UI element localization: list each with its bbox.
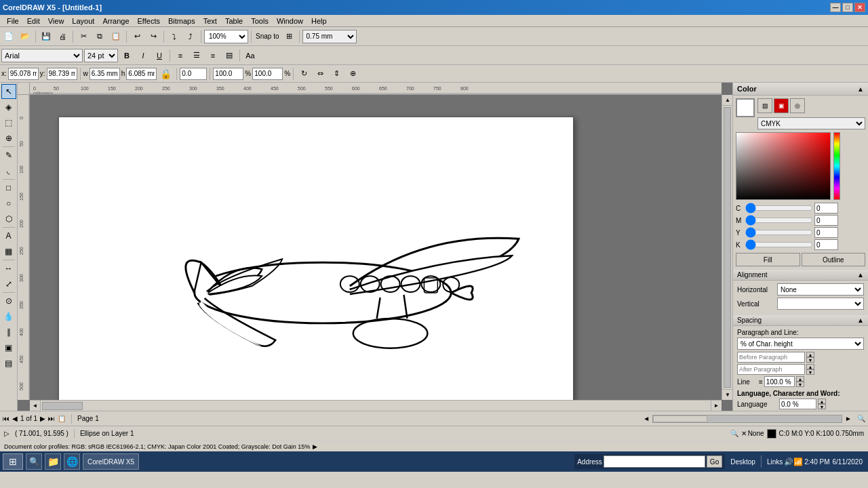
connector-tool-button[interactable]: ⤢ — [1, 277, 16, 291]
font-size-select[interactable]: 24 pt12 pt18 pt — [84, 49, 118, 62]
polygon-tool-button[interactable]: ⬡ — [1, 211, 16, 226]
eyedropper-tool-button[interactable]: 💧 — [1, 309, 16, 324]
spacing-dropdown[interactable]: % of Char. height % of Char. width Point… — [737, 338, 864, 350]
transform-button[interactable]: ↻ — [296, 66, 311, 81]
menu-bitmaps[interactable]: Bitmaps — [164, 15, 199, 26]
menu-table[interactable]: Table — [221, 15, 247, 26]
font-name-select[interactable]: Arial — [1, 49, 83, 62]
table-tool-button[interactable]: ▦ — [1, 244, 16, 259]
mixer-icon[interactable]: ▨ — [757, 98, 772, 113]
zoom-dropdown[interactable]: 100%50%200%Fit Page — [204, 30, 248, 43]
k-slider[interactable] — [745, 241, 813, 249]
smart-draw-button[interactable]: ◟ — [1, 163, 16, 178]
line-spacing-spin[interactable]: ▲ ▼ — [796, 376, 804, 387]
h-scroll-thumb[interactable] — [42, 402, 83, 410]
taskbar-file-mgr[interactable]: 📁 — [45, 453, 61, 470]
address-input[interactable] — [604, 455, 705, 468]
menu-window[interactable]: Window — [273, 15, 307, 26]
node-tool-button[interactable]: ◈ — [1, 100, 16, 115]
menu-layout[interactable]: Layout — [68, 15, 98, 26]
lang-down[interactable]: ▼ — [818, 404, 826, 409]
lock-ratio-button[interactable]: 🔒 — [158, 66, 174, 81]
cut-button[interactable]: ✂ — [76, 29, 91, 44]
line-spacing-input[interactable] — [764, 376, 795, 387]
start-button[interactable]: ⊞ — [3, 453, 23, 470]
color-spectrum[interactable] — [736, 132, 831, 200]
fill-tool-button[interactable]: ▣ — [1, 340, 16, 355]
paste-button[interactable]: 📋 — [108, 29, 123, 44]
after-para-up[interactable]: ▲ — [806, 364, 814, 369]
text-format-btn[interactable]: Aa — [243, 48, 258, 63]
menu-help[interactable]: Help — [307, 15, 331, 26]
export-button[interactable]: ⤴ — [183, 29, 198, 44]
current-color-swatch[interactable] — [736, 98, 755, 117]
underline-button[interactable]: U — [152, 48, 167, 63]
menu-arrange[interactable]: Arrange — [98, 15, 133, 26]
snap-btn[interactable]: ⊞ — [281, 29, 296, 44]
align-right-button[interactable]: ≡ — [205, 48, 220, 63]
after-para-input[interactable] — [737, 364, 805, 375]
m-input[interactable] — [814, 215, 838, 226]
color-model-select[interactable]: CMYKRGBHSB — [757, 117, 865, 129]
save-button[interactable]: 💾 — [39, 29, 54, 44]
zoom-fit-button[interactable]: 🔍 — [857, 415, 865, 422]
w-input[interactable] — [90, 68, 120, 80]
ellipse-tool-button[interactable]: ○ — [1, 196, 16, 211]
h-scroll-track[interactable] — [652, 415, 842, 423]
import-button[interactable]: ⤵ — [167, 29, 182, 44]
scroll-right-btn2[interactable]: ► — [845, 415, 852, 422]
first-page-button[interactable]: ⏮ — [3, 415, 9, 422]
text-tool-button[interactable]: A — [1, 228, 16, 243]
c-input[interactable] — [814, 203, 838, 214]
scroll-right-button[interactable]: ► — [711, 401, 722, 411]
language-input[interactable] — [779, 399, 816, 409]
menu-view[interactable]: View — [44, 15, 68, 26]
mirror-v-button[interactable]: ⇕ — [329, 66, 344, 81]
restore-button[interactable]: □ — [842, 3, 853, 12]
language-spin[interactable]: ▲ ▼ — [818, 399, 826, 409]
scale-x-input[interactable] — [213, 68, 243, 80]
k-input[interactable] — [814, 239, 838, 250]
scroll-left-button[interactable]: ◄ — [30, 401, 41, 411]
color-panel-header[interactable]: Color ▲ — [733, 83, 868, 96]
line-down[interactable]: ▼ — [796, 382, 804, 387]
taskbar-ie[interactable]: 🌐 — [64, 453, 80, 470]
after-para-spin[interactable]: ▲ ▼ — [806, 364, 814, 375]
next-page-button[interactable]: ▶ — [40, 415, 45, 422]
freehand-tool-button[interactable]: ✎ — [1, 148, 16, 163]
before-para-spin[interactable]: ▲ ▼ — [806, 352, 814, 363]
mirror-h-button[interactable]: ⇔ — [313, 66, 328, 81]
m-slider[interactable] — [745, 216, 813, 224]
zoom-tool-button[interactable]: ⊕ — [1, 131, 16, 146]
before-para-input[interactable] — [737, 352, 805, 363]
taskbar-search[interactable]: 🔍 — [26, 453, 42, 470]
scale-y-input[interactable] — [252, 68, 283, 80]
rectangle-tool-button[interactable]: □ — [1, 180, 16, 195]
y-slider[interactable] — [745, 228, 813, 237]
before-para-down[interactable]: ▼ — [806, 357, 814, 363]
before-para-up[interactable]: ▲ — [806, 352, 814, 357]
h-input[interactable] — [126, 68, 157, 80]
address-go[interactable]: Go — [707, 455, 722, 468]
proofing-icon[interactable]: 🔍 — [730, 430, 738, 437]
scroll-thumb[interactable] — [724, 107, 731, 388]
fill-button[interactable]: Fill — [736, 253, 800, 266]
hue-bar[interactable] — [833, 132, 840, 200]
horizontal-scrollbar[interactable]: ◄ ► — [30, 400, 722, 411]
bold-button[interactable]: B — [119, 48, 134, 63]
spacing-collapse[interactable]: ▲ — [857, 317, 864, 324]
c-slider[interactable] — [745, 204, 813, 212]
add-page-button[interactable]: 📋 — [58, 415, 66, 422]
alignment-collapse[interactable]: ▲ — [857, 271, 864, 279]
vertical-align-select[interactable]: TopCenterBottom — [777, 298, 864, 310]
after-para-down[interactable]: ▼ — [806, 369, 814, 375]
desktop-btn[interactable]: Desktop — [728, 457, 758, 467]
canvas-area[interactable]: 0 50 100 150 200 250 300 350 400 450 500… — [18, 83, 732, 411]
menu-tools[interactable]: Tools — [247, 15, 273, 26]
print-button[interactable]: 🖨 — [55, 29, 70, 44]
spacing-section-header[interactable]: Spacing ▲ — [733, 314, 868, 326]
x-input[interactable] — [8, 68, 39, 80]
alignment-section-header[interactable]: Alignment ▲ — [733, 269, 868, 281]
color-panel-collapse[interactable]: ▲ — [857, 85, 864, 93]
line-width-select[interactable]: 0.75 mm0.5 mm1.0 mm — [302, 30, 357, 43]
